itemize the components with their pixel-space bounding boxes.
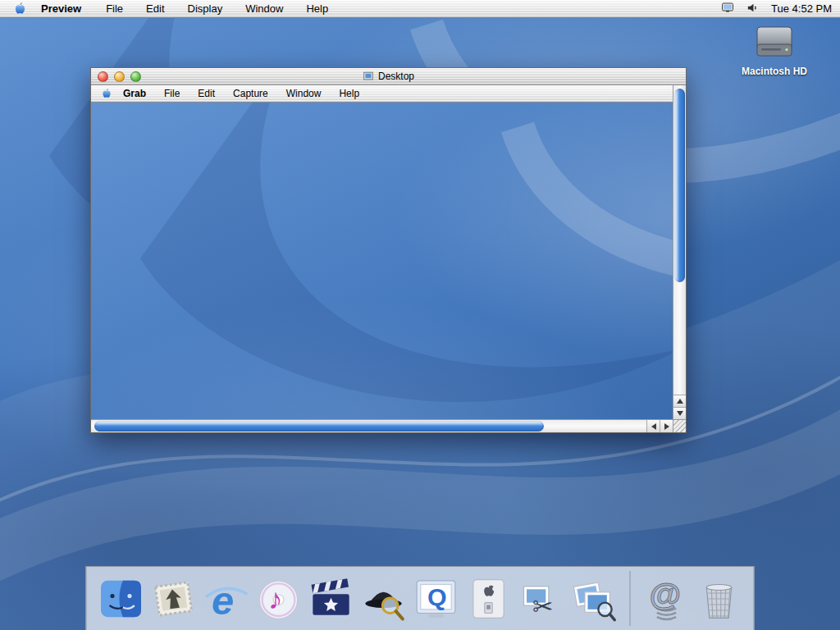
scroll-right-button[interactable] <box>660 420 673 432</box>
window-body: Grab File Edit Capture Window Help <box>91 85 686 432</box>
quicktime-icon: Q <box>413 576 459 622</box>
screenshot-menu-edit: Edit <box>198 88 215 99</box>
dock-item-itunes[interactable]: ♪ <box>256 576 302 622</box>
macintosh-hd-icon[interactable]: Macintosh HD <box>737 25 811 77</box>
dock-item-internet-explorer[interactable]: e <box>203 576 249 622</box>
dock-item-mac-com-link[interactable]: @ <box>644 576 690 622</box>
scroll-left-button[interactable] <box>646 420 660 432</box>
dock-item-finder[interactable] <box>98 576 144 622</box>
menu-bar-clock[interactable]: Tue 4:52 PM <box>771 2 832 15</box>
vertical-scrollbar-thumb[interactable] <box>674 89 685 282</box>
hard-drive-icon <box>753 25 796 61</box>
itunes-icon: ♪ <box>256 576 302 622</box>
hard-drive-label: Macintosh HD <box>737 66 811 77</box>
scroll-up-button[interactable] <box>673 395 686 407</box>
menu-display[interactable]: Display <box>188 2 223 15</box>
system-preferences-icon <box>466 576 512 622</box>
menu-window[interactable]: Window <box>245 2 283 15</box>
menu-bar: Preview File Edit Display Window Help Tu… <box>0 0 840 18</box>
resize-grip[interactable] <box>673 419 686 432</box>
window-title-bar[interactable]: Desktop <box>91 68 686 85</box>
mail-stamp-icon <box>151 576 197 622</box>
screenshot-apple-logo-icon <box>101 88 113 100</box>
dock-item-quicktime[interactable]: Q <box>413 576 459 622</box>
dock-item-sherlock[interactable] <box>361 576 407 622</box>
left-arrow-icon <box>651 423 656 430</box>
scroll-down-button[interactable] <box>673 407 686 419</box>
finder-icon <box>98 576 144 622</box>
svg-text:✂: ✂ <box>532 592 553 619</box>
vertical-scroll-buttons <box>673 395 686 419</box>
minimize-button[interactable] <box>114 71 125 82</box>
vertical-scrollbar[interactable] <box>673 85 686 419</box>
menu-edit[interactable]: Edit <box>146 2 164 15</box>
trash-icon <box>696 576 742 622</box>
screenshot-menu-file: File <box>164 88 180 99</box>
apple-logo-icon <box>13 2 27 16</box>
preview-window: Desktop <box>90 67 687 433</box>
horizontal-scroll-buttons <box>646 420 673 432</box>
screen: Preview File Edit Display Window Help Tu… <box>0 0 840 630</box>
up-arrow-icon <box>677 399 683 404</box>
window-controls <box>98 71 141 82</box>
at-spring-icon: @ <box>644 576 690 622</box>
down-arrow-icon <box>677 411 683 416</box>
screenshot-desktop-background <box>91 103 673 419</box>
dock-item-system-preferences[interactable] <box>466 576 512 622</box>
grab-scissors-icon: ✂ <box>518 576 564 622</box>
document-proxy-icon <box>363 71 374 82</box>
dock-item-imovie[interactable] <box>308 576 354 622</box>
svg-text:Q: Q <box>427 583 447 610</box>
window-title: Desktop <box>378 71 414 82</box>
screenshot-app-menu-title: Grab <box>123 88 146 99</box>
zoom-button[interactable] <box>130 71 141 82</box>
internet-explorer-icon: e <box>203 576 249 622</box>
dock-separator <box>630 571 631 626</box>
dock-item-trash[interactable] <box>696 576 742 622</box>
dock-item-preview[interactable] <box>571 576 617 622</box>
screenshot-menu-capture: Capture <box>233 88 268 99</box>
screenshot-menu-bar: Grab File Edit Capture Window Help <box>91 85 673 103</box>
imovie-clapper-icon <box>308 576 354 622</box>
apple-menu[interactable] <box>13 2 28 16</box>
svg-text:@: @ <box>650 576 682 612</box>
svg-text:♪: ♪ <box>268 582 282 614</box>
window-title-group: Desktop <box>91 68 686 84</box>
screenshot-image: Grab File Edit Capture Window Help <box>91 85 673 419</box>
close-button[interactable] <box>98 71 108 82</box>
dock-item-mail[interactable] <box>151 576 197 622</box>
horizontal-scrollbar[interactable] <box>91 419 673 432</box>
displays-menu-icon[interactable] <box>721 1 734 16</box>
dock: e ♪ <box>86 566 755 630</box>
menu-help[interactable]: Help <box>306 2 328 15</box>
svg-text:e: e <box>212 578 234 621</box>
menu-bar-status-area: Tue 4:52 PM <box>721 1 832 16</box>
screenshot-menu-help: Help <box>339 88 359 99</box>
volume-menu-icon[interactable] <box>746 2 759 16</box>
screenshot-menu-window: Window <box>286 88 322 99</box>
app-menu-title[interactable]: Preview <box>41 2 81 15</box>
preview-photos-icon <box>571 576 617 622</box>
horizontal-scrollbar-thumb[interactable] <box>94 421 544 431</box>
right-arrow-icon <box>664 423 669 430</box>
menu-file[interactable]: File <box>106 2 123 15</box>
dock-item-grab[interactable]: ✂ <box>518 576 564 622</box>
sherlock-icon <box>361 576 407 622</box>
screenshot-desktop-area <box>91 103 673 419</box>
